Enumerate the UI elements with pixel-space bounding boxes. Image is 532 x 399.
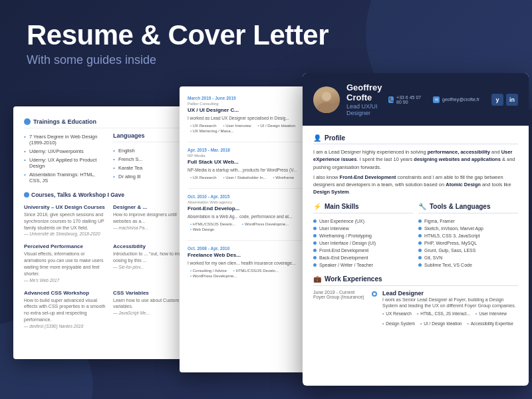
avatar-image — [313, 86, 340, 113]
exp-3-company: Absentation Web-agency — [188, 200, 305, 204]
exp-divider-2 — [188, 188, 305, 189]
courses-section: Courses, Talks & Workshop I Gave Univers… — [24, 192, 196, 329]
profile-section: 👤 Profile I am a Lead Designer highly ex… — [313, 134, 518, 196]
exp-1-tag-1: UX Research — [188, 123, 219, 128]
timeline-dot — [372, 291, 377, 297]
skill-dot — [313, 234, 317, 237]
exp-4: Oct. 2008 - Apr. 2010 Freelance Web Des.… — [188, 246, 305, 279]
skill-dot — [313, 219, 317, 223]
train-item-3: Udemy: UX Applied to Product Design — [24, 156, 106, 170]
tool-dot — [418, 241, 422, 245]
train-item-2: Udemy: UX/Powerpoints — [24, 147, 106, 156]
card-resume: Geoffrey Crofte Lead UX/UI Designer 📞 +3… — [303, 73, 529, 386]
phone-number: +33 6 45 07 80 90 — [396, 95, 425, 104]
tool-1: Figma, Framer — [418, 217, 518, 225]
tool-2: Sketch, InVision, Marvel App — [418, 225, 518, 232]
sub-title: With some guides inside — [27, 53, 329, 67]
exp-1-date: March 2019 - June 2019 — [188, 96, 305, 100]
profile-text-2: I also know Front-End Development constr… — [313, 174, 518, 196]
main-skills-section: ⚡ Main Skills User Experience (UX) User … — [313, 203, 413, 269]
social-icons: y in — [491, 94, 518, 106]
work-date: June 2019 - Current — [313, 290, 366, 295]
course-1-title: University – UX Design Courses — [24, 204, 106, 210]
exp-1: March 2019 - June 2019 Pallier Consultin… — [188, 96, 305, 134]
exp-1-title: UX / UI Designer C... — [188, 107, 305, 113]
work-content: Lead Designer I work as Senior Lead Desi… — [382, 290, 518, 327]
resume-name: Geoffrey Crofte — [346, 82, 382, 102]
tools-icon: 🔧 — [418, 203, 426, 211]
work-tag-5: UI / Design Ideation — [420, 321, 462, 326]
exp-4-date: Oct. 2008 - Apr. 2010 — [188, 246, 305, 251]
exp-4-tags: Consulting / Advice HTML/CSS/JS Develo..… — [188, 268, 305, 279]
skill-dot — [313, 263, 317, 267]
email-address: geoffrey@crofte.fr — [442, 97, 479, 102]
resume-body: 👤 Profile I am a Lead Designer highly ex… — [303, 126, 529, 386]
trainings-items: 7 Years Degree in Web Design (1999-2010)… — [24, 132, 106, 185]
work-company: Foyer Group (Insurance) — [313, 295, 366, 299]
exp-3-desc: Absentation is a Web Ag... code, perform… — [188, 213, 305, 219]
work-tag-1: UX Research — [382, 311, 412, 316]
work-tag-3: User Interview — [475, 311, 507, 316]
tools-title: 🔧 Tools & Languages — [418, 203, 518, 213]
linkedin-icon: in — [506, 94, 518, 106]
exp-1-tag-4: UX Mentoring / Mana... — [188, 128, 236, 134]
courses-icon — [24, 192, 29, 198]
trainings-section-header: Trainings & Education — [24, 118, 196, 128]
skill-7: Speaker / Writer / Teacher — [313, 261, 413, 269]
work-tags: UX Research HTML, CSS, JS Interact... Us… — [382, 311, 518, 326]
exp-3-date: Oct. 2010 - Apr. 2015 — [188, 194, 305, 199]
work-entry-1: June 2019 - Current Foyer Group (Insuran… — [313, 290, 518, 327]
email-icon: ✉ — [433, 96, 440, 103]
avatar — [313, 86, 340, 113]
phone-icon: 📞 — [388, 96, 394, 103]
trainings-title: Trainings & Education — [33, 118, 96, 125]
skills-icon: ⚡ — [313, 203, 321, 211]
train-item-1: 7 Years Degree in Web Design (1999-2010) — [24, 132, 106, 147]
skill-4: User Interface / Design (UI) — [313, 239, 413, 247]
exp-1-tags: UX Research User Interview UI / Design I… — [188, 123, 305, 134]
exp-1-company: Pallier Consulting — [188, 102, 305, 106]
tool-dot — [418, 219, 422, 223]
exp-3-tag-3: Web Design — [188, 227, 217, 232]
exp-2: Apr. 2015 - Mar. 2018 NP-Media Full Stac… — [188, 148, 305, 180]
exp-2-tag-1: UX Research — [188, 175, 219, 180]
exp-4-tag-3: WordPress Developme... — [188, 273, 239, 279]
skills-title: ⚡ Main Skills — [313, 203, 413, 213]
tool-dot — [418, 227, 422, 230]
work-job-title: Lead Designer — [382, 290, 518, 297]
resume-role: Lead UX/UI Designer — [346, 103, 382, 116]
course-1-link: — Université de Strasbourg, 2018-2020 — [24, 231, 106, 236]
header: Resume & Cover Letter With some guides i… — [27, 20, 329, 67]
course-3-link: — Me's Web 2017 — [24, 278, 106, 283]
exp-2-title: Full Stack UX Web... — [188, 159, 305, 165]
course-3-title: Perceived Performance — [24, 243, 106, 249]
course-3-text: Visual effects, informations or animatio… — [24, 251, 106, 277]
train-item-4: Absentation Trainings: HTML, CSS, JS — [24, 170, 106, 185]
card-middle: March 2019 - June 2019 Pallier Consultin… — [180, 86, 313, 372]
exp-2-desc: NP-Media is a startup with... products f… — [188, 167, 305, 173]
courses-grid: University – UX Design Courses Since 201… — [24, 201, 196, 236]
work-title: 💼 Work Experiences — [313, 275, 518, 286]
work-date-col: June 2019 - Current Foyer Group (Insuran… — [313, 290, 366, 327]
exp-1-tag-3: UI / Design Ideation — [255, 123, 298, 128]
work-icon: 💼 — [313, 275, 321, 283]
exp-4-tag-2: HTML/CSS/JS Develo... — [231, 268, 281, 273]
exp-3-tag-1: HTML/CSS/JS Develo... — [188, 221, 238, 227]
card-trainings: Trainings & Education 7 Years Degree in … — [13, 106, 206, 359]
trainings-icon — [24, 118, 31, 125]
skill-dot — [313, 241, 317, 245]
exp-2-tag-2: User / Stakeholder In... — [220, 175, 269, 180]
course-3: Perceived Performance Visual effects, in… — [24, 240, 106, 282]
courses-grid-3: Advanced CSS Workshop How to build super… — [24, 287, 196, 329]
course-5-title: Advanced CSS Workshop — [24, 290, 106, 296]
skills-area: ⚡ Main Skills User Experience (UX) User … — [313, 203, 518, 275]
skill-1: User Experience (UX) — [313, 217, 413, 225]
skill-5: Front-End Development — [313, 247, 413, 254]
exp-4-desc: I worked for my own clien... health insu… — [188, 260, 305, 266]
resume-header: Geoffrey Crofte Lead UX/UI Designer 📞 +3… — [303, 73, 529, 126]
work-desc: I work as Senior Lead Designer at Foyer,… — [382, 297, 518, 310]
tool-5: Grunt, Gulp, Sass, LESS — [418, 247, 518, 254]
course-5-link: — devfest (S390) Nantes 2016 — [24, 324, 106, 329]
exp-3: Oct. 2010 - Apr. 2015 Absentation Web-ag… — [188, 194, 305, 232]
exp-4-title: Freelance Web Des... — [188, 252, 305, 258]
